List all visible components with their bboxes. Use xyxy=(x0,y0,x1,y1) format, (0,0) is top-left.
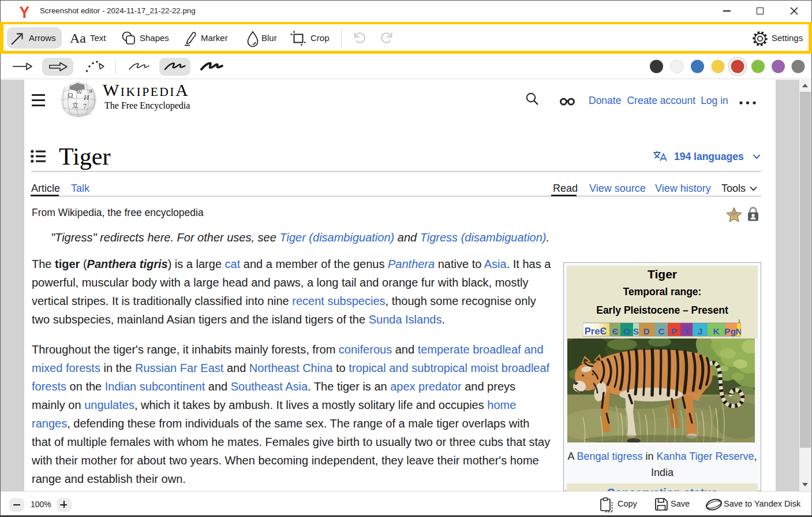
svg-text:Є: Є xyxy=(612,326,618,336)
svg-text:S: S xyxy=(633,326,639,336)
svg-text:D: D xyxy=(643,326,649,336)
svg-text:O: O xyxy=(623,326,630,336)
svg-text:Я: Я xyxy=(89,88,92,94)
svg-text:立: 立 xyxy=(72,102,78,109)
svg-text:K: K xyxy=(713,326,720,336)
svg-text:И: И xyxy=(83,93,89,102)
svg-text:PreЄ: PreЄ xyxy=(585,326,607,336)
svg-text:P: P xyxy=(671,326,677,336)
svg-text:7: 7 xyxy=(83,102,87,110)
svg-text:W: W xyxy=(76,88,83,95)
svg-text:N: N xyxy=(735,326,741,336)
svg-text:T: T xyxy=(684,326,690,336)
svg-text:Pg: Pg xyxy=(724,326,736,336)
svg-text:Ω: Ω xyxy=(68,91,73,99)
svg-text:J: J xyxy=(698,326,703,336)
svg-text:C: C xyxy=(658,326,664,336)
